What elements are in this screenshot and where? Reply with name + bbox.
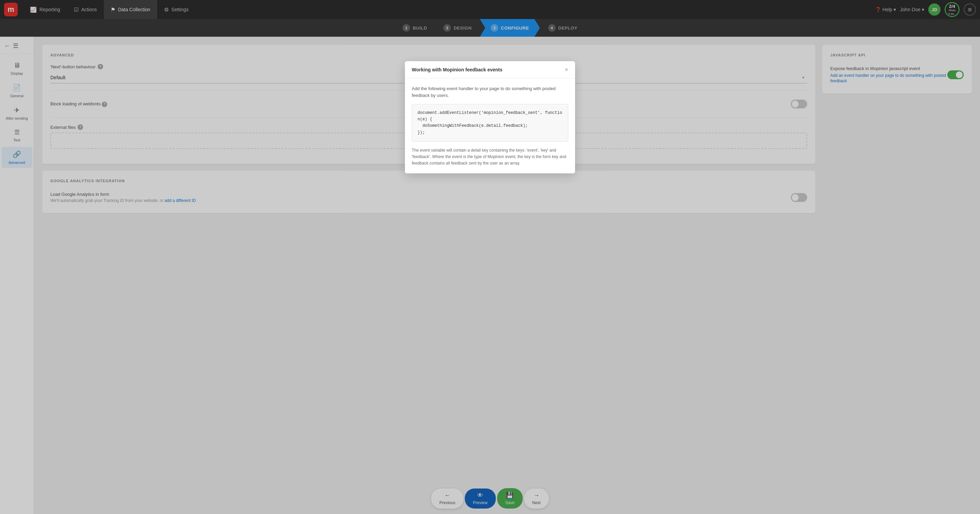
modal-code-block: document.addEventListener('mopinion_feed… bbox=[412, 104, 568, 142]
modal-header: Working with Mopinion feedback events × bbox=[405, 61, 575, 79]
modal-body: Add the following event handler to your … bbox=[405, 79, 575, 173]
feedback-events-modal: Working with Mopinion feedback events × … bbox=[405, 61, 575, 173]
modal-description: Add the following event handler to your … bbox=[412, 85, 568, 98]
modal-title: Working with Mopinion feedback events bbox=[412, 67, 503, 72]
modal-close-button[interactable]: × bbox=[565, 67, 568, 73]
modal-overlay[interactable]: Working with Mopinion feedback events × … bbox=[0, 0, 980, 514]
modal-footer-text: The event variable will contain a detail… bbox=[412, 147, 568, 167]
